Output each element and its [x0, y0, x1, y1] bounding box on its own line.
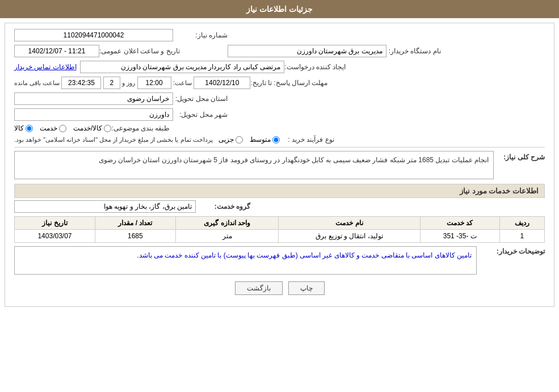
- need-number-label: شماره نیاز:: [173, 31, 230, 39]
- process-partial[interactable]: جزیی: [218, 136, 243, 144]
- creator-input: [80, 61, 284, 73]
- services-section-header: اطلاعات خدمات مورد نیاز: [14, 184, 545, 198]
- requester-org-row: نام دستگاه خریدار: تاریخ و ساعت اعلان عم…: [14, 45, 545, 57]
- description-content: انجام عملیات تبدیل 1685 متر شبکه فشار ضع…: [14, 151, 494, 179]
- cell-service-code: ت -35- 351: [420, 230, 499, 243]
- process-partial-radio[interactable]: [236, 136, 243, 144]
- response-remaining-input: [61, 77, 101, 89]
- category-radio-group: کالا/خدمت خدمت کالا: [14, 124, 111, 132]
- requester-org-input: [228, 45, 386, 57]
- province-input: [14, 92, 173, 105]
- province-label: استان محل تحویل:: [173, 95, 230, 103]
- bottom-buttons: چاپ بازگشت: [14, 281, 545, 295]
- process-row: نوع فرآیند خرید : متوسط جزیی پرداخت تمام…: [14, 136, 545, 144]
- col-header-service-name: نام خدمت: [279, 217, 420, 230]
- table-header: ردیف کد خدمت نام خدمت واحد اندازه گیری ت…: [15, 217, 545, 230]
- category-both-label: کالا/خدمت: [73, 124, 102, 132]
- need-number-row: شماره نیاز:: [14, 29, 545, 41]
- response-date-input: [194, 77, 250, 89]
- process-medium-label: متوسط: [250, 136, 271, 144]
- city-row: شهر محل تحویل:: [14, 108, 545, 121]
- col-header-row-number: ردیف: [499, 217, 544, 230]
- print-button[interactable]: چاپ: [288, 281, 325, 295]
- category-both-radio[interactable]: [104, 125, 111, 132]
- process-label: نوع فرآیند خرید :: [280, 136, 337, 144]
- table-row: 1 ت -35- 351 تولید، انتقال و توزیع برق م…: [15, 230, 545, 243]
- announcement-time-input: [14, 45, 99, 57]
- buyer-notes-label: توضیحات خریدار:: [477, 246, 545, 255]
- category-both[interactable]: کالا/خدمت: [73, 124, 111, 132]
- cell-date: 1403/03/07: [15, 230, 95, 243]
- service-group-row: گروه خدمت:: [14, 200, 545, 213]
- page-title: جزئیات اطلاعات نیاز: [246, 5, 313, 14]
- table-body: 1 ت -35- 351 تولید، انتقال و توزیع برق م…: [15, 230, 545, 243]
- province-row: استان محل تحویل:: [14, 92, 545, 105]
- col-header-date: تاریخ نیاز: [15, 217, 95, 230]
- page-header: جزئیات اطلاعات نیاز: [0, 0, 559, 18]
- table-header-row: ردیف کد خدمت نام خدمت واحد اندازه گیری ت…: [15, 217, 545, 230]
- contact-link[interactable]: اطلاعات تماس خریدار: [14, 63, 77, 71]
- need-number-input: [14, 29, 173, 41]
- buyer-notes-content: تامین کالاهای اساسی با متقاضی خدمت و کال…: [14, 246, 477, 275]
- buyer-notes-box: تامین کالاهای اساسی با متقاضی خدمت و کال…: [14, 246, 477, 275]
- cell-unit: متر: [175, 230, 279, 243]
- creator-row: ایجاد کننده درخواست: اطلاعات تماس خریدار: [14, 61, 545, 73]
- category-service-radio[interactable]: [59, 125, 66, 132]
- time-label: ساعت:: [173, 79, 192, 87]
- main-content: شماره نیاز: نام دستگاه خریدار: تاریخ و س…: [5, 23, 554, 307]
- page-container: جزئیات اطلاعات نیاز شماره نیاز: نام دستگ…: [0, 0, 559, 392]
- category-label: طبقه بندی موضوعی:: [111, 124, 172, 132]
- services-table: ردیف کد خدمت نام خدمت واحد اندازه گیری ت…: [14, 216, 545, 243]
- response-time-input: [137, 77, 171, 89]
- cell-row-number: 1: [499, 230, 544, 243]
- description-label: شرح کلی نیاز:: [494, 151, 545, 161]
- city-label: شهر محل تحویل:: [173, 111, 230, 119]
- col-header-service-code: کد خدمت: [420, 217, 499, 230]
- announcement-time-label: تاریخ و ساعت اعلان عمومی:: [99, 47, 182, 55]
- category-service-label: خدمت: [40, 124, 57, 132]
- category-row: طبقه بندی موضوعی: کالا/خدمت خدمت کالا: [14, 124, 545, 132]
- process-partial-label: جزیی: [218, 136, 234, 144]
- cell-quantity: 1685: [95, 230, 175, 243]
- remaining-label: ساعت باقی مانده: [14, 79, 60, 87]
- service-group-label: گروه خدمت:: [196, 203, 253, 210]
- description-row: شرح کلی نیاز: انجام عملیات تبدیل 1685 مت…: [14, 151, 545, 179]
- deadline-label: مهلت ارسال پاسخ: تا تاریخ:: [250, 79, 330, 87]
- process-note: پرداخت تمام یا بخشی از مبلغ خریدار از مح…: [14, 136, 213, 144]
- city-input: [14, 108, 173, 121]
- category-goods-label: کالا: [14, 124, 24, 132]
- description-box: انجام عملیات تبدیل 1685 متر شبکه فشار ضع…: [14, 151, 494, 179]
- col-header-unit: واحد اندازه گیری: [175, 217, 279, 230]
- process-radio-group: متوسط جزیی: [218, 136, 280, 144]
- category-goods-radio[interactable]: [26, 125, 33, 132]
- category-service[interactable]: خدمت: [40, 124, 66, 132]
- category-goods[interactable]: کالا: [14, 124, 33, 132]
- days-label: روز و: [122, 79, 135, 87]
- buyer-notes-row: توضیحات خریدار: تامین کالاهای اساسی با م…: [14, 246, 545, 275]
- service-group-input: [14, 200, 196, 213]
- deadline-row: مهلت ارسال پاسخ: تا تاریخ: ساعت: روز و س…: [14, 77, 545, 89]
- process-medium[interactable]: متوسط: [250, 136, 280, 144]
- process-medium-radio[interactable]: [272, 136, 280, 144]
- requester-org-label: نام دستگاه خریدار:: [386, 47, 443, 55]
- response-days-input: [103, 77, 120, 89]
- cell-service-name: تولید، انتقال و توزیع برق: [279, 230, 420, 243]
- creator-label: ایجاد کننده درخواست:: [284, 63, 348, 71]
- col-header-quantity: تعداد / مقدار: [95, 217, 175, 230]
- back-button[interactable]: بازگشت: [235, 281, 283, 295]
